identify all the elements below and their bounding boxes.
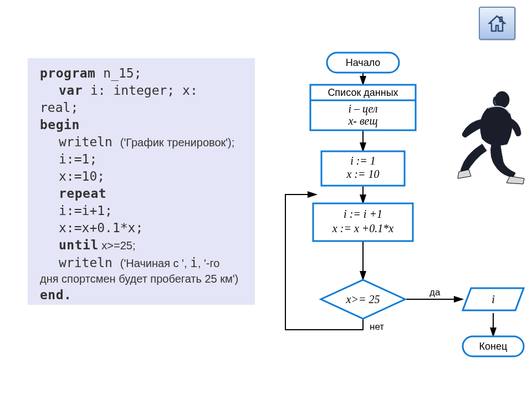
kw-begin: begin (40, 117, 80, 132)
code-i1: i:=1; (59, 152, 97, 166)
flow-init-i: i := 1 (350, 155, 376, 167)
flow-end: Конец (463, 336, 524, 356)
flow-init-x: x := 10 (346, 168, 379, 180)
code-inc-x: x:=x+0.1*x; (59, 221, 143, 235)
flow-data-block: Список данных i – цел x- вещ (310, 85, 416, 130)
svg-text:x>= 25: x>= 25 (346, 293, 380, 305)
svg-text:x- вещ: x- вещ (347, 115, 377, 127)
house-icon (487, 13, 507, 33)
flow-data-x: x- вещ (347, 115, 377, 127)
svg-text:i: i (492, 293, 495, 305)
kw-repeat: repeat (59, 186, 106, 201)
flow-data-i: i – цел (348, 103, 377, 115)
flow-start-label: Начало (346, 57, 381, 68)
kw-until: until (59, 238, 99, 252)
code-inc-i: i:=i+1; (59, 203, 112, 218)
flow-end-label: Конец (479, 341, 508, 352)
svg-text:i – цел: i – цел (348, 103, 377, 115)
code-writeln2-l2: дня спортсмен будет пробегать 25 км') (40, 272, 249, 287)
flow-cond: x>= 25 (346, 293, 380, 305)
home-button[interactable] (479, 7, 515, 40)
flow-yes-label: да (429, 287, 441, 298)
flow-init-block: i := 1 x := 10 (321, 151, 405, 186)
kw-var: var (59, 83, 83, 98)
code-writeln2-i: i (190, 255, 198, 270)
code-real: real; (40, 100, 78, 115)
flow-data-title: Список данных (328, 87, 398, 98)
svg-point-22 (495, 91, 509, 108)
code-x10: x:=10; (59, 169, 105, 183)
flow-output-i: i (492, 293, 495, 305)
code-writeln2: writeln (59, 255, 120, 270)
flow-loop-block: i := i +1 x := x +0.1*x (313, 203, 413, 241)
svg-text:x := 10: x := 10 (346, 168, 379, 180)
flow-no-label: нет (370, 321, 384, 332)
kw-end: end. (40, 288, 71, 302)
runner-icon (449, 89, 526, 188)
code-writeln2-a1: ('Начиная с ', (120, 257, 190, 269)
code-panel: program n_15; var i: integer; x: real; b… (28, 58, 255, 305)
code-until-cond: x>=25; (99, 239, 136, 252)
kw-program: program (40, 66, 95, 80)
code-writeln2-a2: , '-го (198, 257, 220, 269)
svg-text:i := 1: i := 1 (350, 155, 376, 167)
svg-text:x := x +0.1*x: x := x +0.1*x (332, 222, 393, 234)
code-writeln1: writeln (59, 135, 120, 149)
flow-decision: x>= 25 (321, 280, 405, 319)
flow-loop-i: i := i +1 (344, 208, 382, 220)
code-writeln1-arg: ('График тренировок'); (120, 136, 235, 149)
code-program-name: n_15; (95, 66, 141, 80)
svg-text:i := i +1: i := i +1 (344, 208, 382, 220)
code-var-decl: i: integer; x: (83, 83, 198, 98)
flow-loop-x: x := x +0.1*x (332, 222, 393, 234)
flow-output: i (463, 288, 524, 310)
